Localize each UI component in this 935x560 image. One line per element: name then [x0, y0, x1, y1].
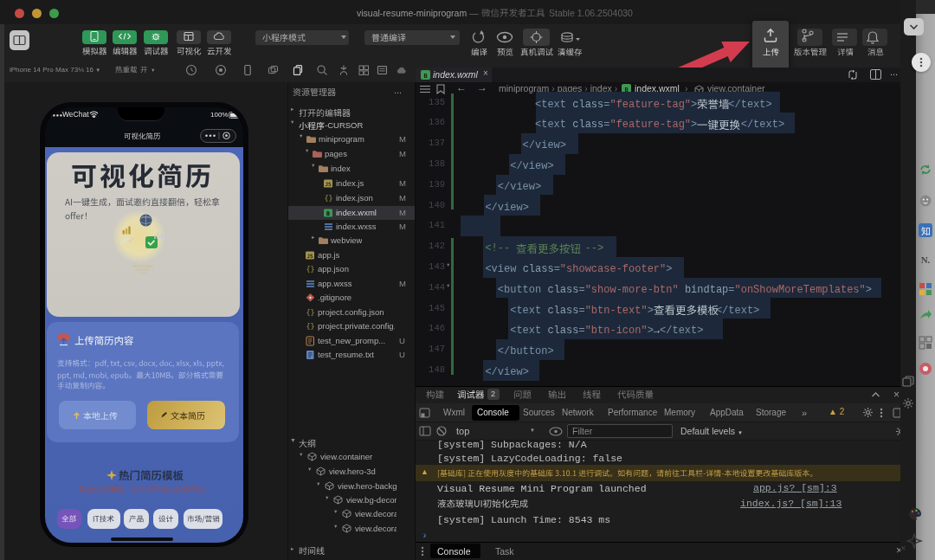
svg-text:B: B	[423, 73, 427, 80]
svg-text:JS: JS	[306, 253, 313, 259]
svg-text:{}: {}	[324, 194, 332, 203]
svg-text:JS: JS	[325, 181, 332, 187]
svg-text:N.: N.	[921, 254, 931, 265]
svg-text:{}: {}	[306, 265, 314, 274]
svg-text:B: B	[326, 210, 330, 217]
svg-text:{}: {}	[306, 322, 314, 331]
svg-text:{}: {}	[306, 308, 314, 317]
